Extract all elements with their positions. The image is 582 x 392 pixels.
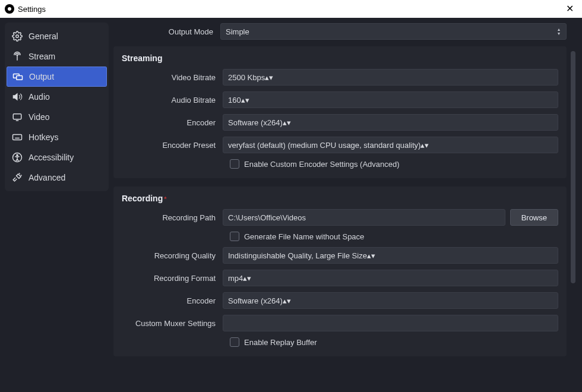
sidebar-item-general[interactable]: General: [5, 26, 109, 46]
svg-rect-8: [13, 135, 22, 140]
sidebar-item-label: Video: [29, 112, 50, 122]
streaming-title: Streaming: [122, 53, 558, 63]
sidebar-item-label: Advanced: [29, 173, 65, 182]
browse-button[interactable]: Browse: [510, 209, 558, 226]
svg-rect-4: [17, 76, 23, 80]
recording-panel: Recording* Recording Path C:\Users\Offic…: [113, 186, 567, 356]
generate-filename-checkbox[interactable]: [230, 232, 239, 241]
video-bitrate-input[interactable]: 2500 Kbps ▴▾: [223, 69, 558, 86]
sidebar-item-label: General: [29, 31, 58, 41]
recording-encoder-select[interactable]: Software (x264) ▴▾: [223, 292, 558, 309]
sidebar-item-advanced[interactable]: Advanced: [5, 167, 109, 188]
svg-point-15: [17, 154, 18, 156]
recording-quality-value: Indistinguishable Quality, Large File Si…: [228, 251, 367, 260]
video-bitrate-value: 2500 Kbps: [228, 73, 265, 82]
encoder-value: Software (x264): [228, 118, 283, 127]
stepper-icon[interactable]: ▴▾: [265, 73, 273, 82]
generate-filename-label: Generate File Name without Space: [244, 232, 364, 241]
recording-quality-label: Recording Quality: [122, 251, 223, 260]
output-mode-select[interactable]: Simple ▴▾: [220, 23, 567, 40]
recording-encoder-label: Encoder: [122, 296, 223, 305]
recording-path-input[interactable]: C:\Users\Office\Videos: [223, 209, 505, 226]
encoder-preset-select[interactable]: veryfast (default) (medium CPU usage, st…: [223, 137, 558, 153]
sidebar-item-audio[interactable]: Audio: [5, 87, 109, 107]
monitors-icon: [12, 71, 23, 82]
stepper-icon: ▴▾: [241, 96, 249, 105]
svg-rect-6: [13, 114, 21, 119]
sidebar-item-label: Hotkeys: [29, 132, 59, 142]
modified-indicator-icon: *: [164, 195, 166, 203]
tools-icon: [12, 172, 23, 183]
titlebar: Settings ✕: [0, 0, 582, 18]
enable-replay-buffer-checkbox[interactable]: [230, 337, 239, 347]
svg-point-1: [17, 55, 18, 56]
enable-custom-encoder-checkbox[interactable]: [230, 159, 239, 169]
audio-bitrate-value: 160: [228, 96, 241, 105]
sidebar-item-label: Accessibility: [29, 153, 74, 162]
close-button[interactable]: ✕: [562, 4, 577, 14]
recording-format-value: mp4: [228, 274, 243, 283]
encoder-preset-value: veryfast (default) (medium CPU usage, st…: [228, 141, 420, 150]
window-title: Settings: [18, 5, 46, 14]
enable-custom-encoder-label: Enable Custom Encoder Settings (Advanced…: [244, 160, 400, 169]
stepper-icon: ▴▾: [283, 296, 291, 305]
stepper-icon: ▴▾: [367, 251, 375, 260]
output-mode-value: Simple: [226, 27, 249, 36]
speaker-icon: [12, 91, 23, 102]
scrollbar-track[interactable]: [570, 51, 576, 382]
sidebar-item-output[interactable]: Output: [7, 67, 107, 87]
audio-bitrate-select[interactable]: 160 ▴▾: [223, 91, 558, 108]
svg-point-0: [16, 35, 19, 38]
enable-replay-buffer-label: Enable Replay Buffer: [244, 338, 317, 347]
app-icon: [5, 4, 14, 14]
encoder-preset-label: Encoder Preset: [122, 141, 223, 150]
recording-quality-select[interactable]: Indistinguishable Quality, Large File Si…: [223, 247, 558, 264]
recording-path-label: Recording Path: [122, 213, 223, 222]
sidebar-item-hotkeys[interactable]: Hotkeys: [5, 127, 109, 147]
keyboard-icon: [12, 132, 23, 143]
monitor-icon: [12, 112, 23, 122]
sidebar-item-video[interactable]: Video: [5, 107, 109, 127]
recording-path-value: C:\Users\Office\Videos: [228, 213, 306, 222]
sidebar-item-accessibility[interactable]: Accessibility: [5, 147, 109, 167]
audio-bitrate-label: Audio Bitrate: [122, 96, 223, 105]
sidebar-item-stream[interactable]: Stream: [5, 46, 109, 67]
stepper-icon: ▴▾: [420, 141, 429, 150]
stepper-icon: ▴▾: [283, 118, 291, 127]
sidebar-item-label: Output: [29, 72, 54, 81]
recording-format-select[interactable]: mp4 ▴▾: [223, 270, 558, 286]
video-bitrate-label: Video Bitrate: [122, 73, 223, 82]
stepper-icon: ▴▾: [243, 274, 251, 283]
settings-sidebar: General Stream Output Audio Video Hotkey…: [5, 23, 109, 191]
stepper-icon: ▴▾: [554, 25, 564, 38]
recording-encoder-value: Software (x264): [228, 296, 283, 305]
recording-format-label: Recording Format: [122, 274, 223, 283]
recording-title: Recording*: [122, 194, 558, 203]
encoder-select[interactable]: Software (x264) ▴▾: [223, 114, 558, 131]
antenna-icon: [12, 51, 23, 62]
sidebar-item-label: Stream: [29, 52, 55, 61]
scrollbar-thumb[interactable]: [571, 51, 575, 283]
svg-marker-5: [13, 94, 17, 100]
sidebar-item-label: Audio: [29, 92, 50, 102]
streaming-panel: Streaming Video Bitrate 2500 Kbps ▴▾ Aud…: [113, 46, 567, 178]
encoder-label: Encoder: [122, 118, 223, 127]
output-mode-label: Output Mode: [113, 27, 220, 36]
gear-icon: [12, 31, 23, 42]
custom-muxer-input[interactable]: [223, 315, 558, 331]
accessibility-icon: [12, 152, 23, 163]
custom-muxer-label: Custom Muxer Settings: [122, 319, 223, 328]
